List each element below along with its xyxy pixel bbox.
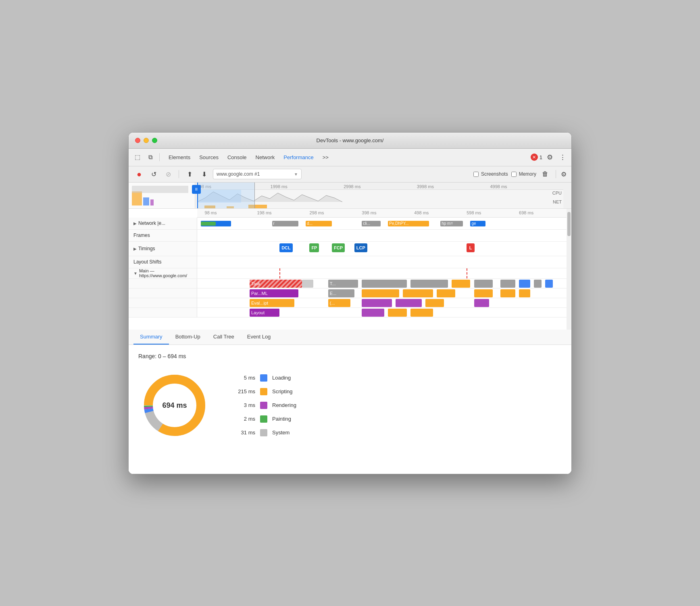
tab-bottom-up[interactable]: Bottom-Up <box>169 330 207 345</box>
legend-scripting: 215 ms Scripting <box>235 388 296 395</box>
maximize-button[interactable] <box>152 138 157 143</box>
dcl-line <box>279 268 280 278</box>
main-thread-label[interactable]: ▼ Main — https://www.google.com/ <box>129 268 197 278</box>
reload-record-button[interactable]: ↺ <box>148 168 159 180</box>
task-parml: Par...ML <box>250 289 298 297</box>
overview-strip[interactable]: 98 ms 1998 ms 2998 ms 3998 ms 4998 ms <box>129 183 571 209</box>
capture-settings-button[interactable]: ⚙ <box>561 170 567 178</box>
main-task-content-4: Layout <box>197 308 571 317</box>
error-count: 1 <box>540 154 542 160</box>
task-layout3 <box>388 309 406 317</box>
trash-button[interactable]: 🗑 <box>540 170 551 178</box>
net-label: NET <box>553 199 562 204</box>
task-item-7 <box>519 280 530 288</box>
tab-console[interactable]: Console <box>223 153 251 162</box>
main-label-text: Main — https://www.google.com/ <box>139 268 197 278</box>
task-e1: E... <box>328 289 354 297</box>
task-e7 <box>519 289 530 297</box>
task-item-5 <box>474 280 493 288</box>
screenshots-checkbox[interactable] <box>473 172 479 177</box>
task-dashed-line <box>302 280 313 288</box>
summary-legend: 5 ms Loading 215 ms Scripting 3 ms Rende… <box>235 374 296 436</box>
tab-call-tree[interactable]: Call Tree <box>207 330 241 345</box>
selection-range[interactable] <box>197 183 255 209</box>
summary-content: 694 ms 5 ms Loading 215 ms Scripting <box>138 369 562 442</box>
detail-tick-4: 498 ms <box>414 210 429 215</box>
timings-track-label[interactable]: ▶ Timings <box>129 242 197 256</box>
more-tabs-button[interactable]: >> <box>321 153 330 162</box>
overview-tick-1: 1998 ms <box>271 184 288 189</box>
frames-track-label[interactable]: Frames <box>129 230 197 241</box>
layout-shifts-label[interactable]: Layout Shifts <box>129 256 197 268</box>
bottom-tabs: Summary Bottom-Up Call Tree Event Log <box>129 330 571 345</box>
detail-tick-1: 198 ms <box>257 210 271 215</box>
main-task-content-2: Par...ML E... <box>197 288 571 298</box>
detail-tick-0: 98 ms <box>205 210 217 215</box>
timeline-scrollbar[interactable] <box>567 209 571 330</box>
network-label-text: Network |e... <box>138 220 165 226</box>
devtools-window: DevTools - www.google.com/ ⬚ ⧉ Elements … <box>128 132 572 474</box>
detail-tick-2: 298 ms <box>309 210 324 215</box>
dcl-badge: DCL <box>279 243 293 252</box>
record-button[interactable]: ● <box>133 168 145 180</box>
main-thread-header-row: ▼ Main — https://www.google.com/ <box>129 268 571 279</box>
fcp-badge: FCP <box>332 243 345 252</box>
tab-elements[interactable]: Elements <box>165 153 194 162</box>
l-line <box>467 268 467 278</box>
detail-tick-5: 598 ms <box>467 210 481 215</box>
inspect-element-button[interactable]: ⬚ <box>132 152 143 163</box>
device-toolbar-button[interactable]: ⧉ <box>145 152 156 163</box>
settings-button[interactable]: ⚙ <box>544 152 555 163</box>
memory-checkbox[interactable] <box>511 172 517 177</box>
main-expand-icon[interactable]: ▼ <box>133 271 138 276</box>
network-track-label[interactable]: ▶ Network |e... <box>129 218 197 229</box>
legend-loading: 5 ms Loading <box>235 374 296 382</box>
main-task-content-3: Eval...ipt (... <box>197 298 571 307</box>
tab-summary[interactable]: Summary <box>133 330 169 345</box>
network-track-content: r d... cli... Pe,DhPY... hp m= ge <box>197 218 571 229</box>
overview-thumbnail <box>129 183 195 209</box>
task-item-4 <box>452 280 470 288</box>
more-options-button[interactable]: ⋮ <box>557 152 568 163</box>
detail-ruler: 98 ms 198 ms 298 ms 398 ms 498 ms 598 ms… <box>197 209 571 218</box>
task-e3 <box>403 289 433 297</box>
scripting-color <box>260 388 267 395</box>
scrollbar-thumb[interactable] <box>567 212 571 236</box>
legend-painting: 2 ms Painting <box>235 415 296 423</box>
tab-sources[interactable]: Sources <box>195 153 223 162</box>
error-icon: ✕ <box>531 154 538 161</box>
rendering-color <box>260 402 267 409</box>
main-header-content <box>197 268 571 278</box>
download-button[interactable]: ⬇ <box>198 168 210 180</box>
main-content: 98 ms 1998 ms 2998 ms 3998 ms 4998 ms <box>129 183 571 474</box>
system-value: 31 ms <box>235 430 255 436</box>
net-item-cli: cli... <box>362 221 380 226</box>
detail-timeline: 98 ms 198 ms 298 ms 398 ms 498 ms 598 ms… <box>129 209 571 330</box>
close-button[interactable] <box>135 138 140 143</box>
minimize-button[interactable] <box>144 138 149 143</box>
scripting-label: Scripting <box>272 388 293 394</box>
task-layout2 <box>362 309 384 317</box>
task-item-1: Task <box>250 280 302 288</box>
upload-button[interactable]: ⬆ <box>184 168 195 180</box>
url-dropdown-arrow[interactable]: ▼ <box>294 172 298 176</box>
task-item-6 <box>500 280 515 288</box>
legend-system: 31 ms System <box>235 429 296 436</box>
traffic-lights <box>135 138 157 143</box>
lcp-badge: LCP <box>354 243 367 252</box>
main-task-row-1: Task T... <box>129 279 571 288</box>
clear-button[interactable]: ⊘ <box>162 168 174 180</box>
task-purple3 <box>474 299 489 307</box>
net-item-dhpy: Pe,DhPY... <box>388 221 429 226</box>
screenshots-group: Screenshots <box>473 171 508 177</box>
tab-event-log[interactable]: Event Log <box>241 330 277 345</box>
performance-toolbar: ● ↺ ⊘ ⬆ ⬇ www.google.com #1 ▼ Screenshot… <box>129 166 571 183</box>
tab-performance[interactable]: Performance <box>279 153 317 162</box>
perf-divider-2 <box>556 170 556 178</box>
task-yellow3 <box>425 299 444 307</box>
timings-expand-icon[interactable]: ▶ <box>133 247 137 251</box>
network-expand-icon[interactable]: ▶ <box>133 221 137 226</box>
scripting-value: 215 ms <box>235 388 255 394</box>
tab-network[interactable]: Network <box>252 153 279 162</box>
timings-label-text: Timings <box>138 246 155 251</box>
